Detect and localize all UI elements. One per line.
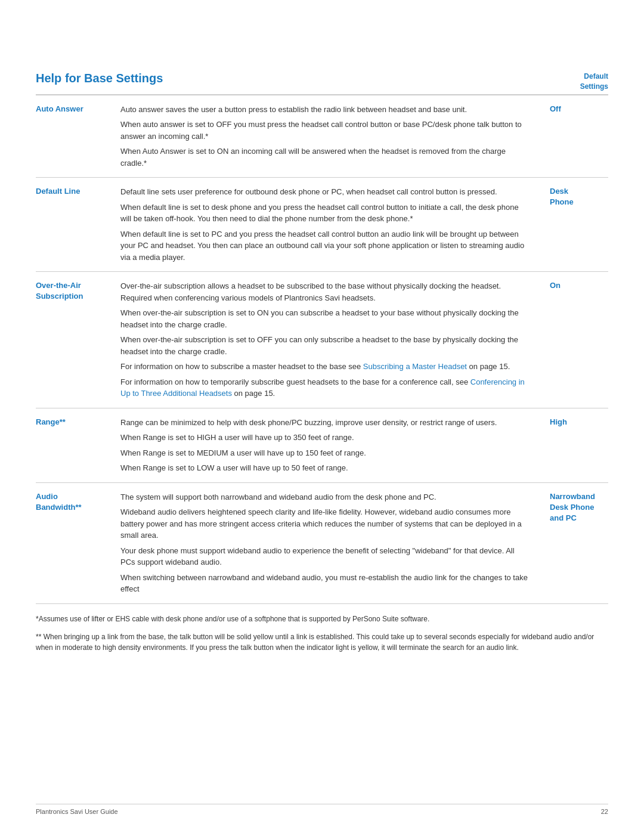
content-paragraph: When Range is set to MEDIUM a user will … (120, 447, 531, 459)
content-paragraph: When auto answer is set to OFF you must … (120, 119, 531, 142)
page-title: Help for Base Settings (36, 72, 163, 85)
content-link[interactable]: Subscribing a Master Headset (363, 362, 467, 371)
footnote-2: ** When bringing up a link from the base… (36, 631, 608, 653)
settings-row: Auto AnswerAuto answer saves the user a … (36, 95, 608, 178)
setting-label-cell: Default Line (36, 178, 113, 272)
content-paragraph: When over-the-air subscription is set to… (120, 307, 531, 330)
setting-label-cell: AudioBandwidth** (36, 482, 113, 603)
content-paragraph: When default line is set to desk phone a… (120, 202, 531, 225)
setting-default-cell: NarrowbandDesk Phoneand PC (543, 482, 608, 603)
content-paragraph: When Range is set to HIGH a user will ha… (120, 432, 531, 444)
setting-default-cell: DeskPhone (543, 178, 608, 272)
settings-row: Default LineDefault line sets user prefe… (36, 178, 608, 272)
setting-label-text: Range** (36, 417, 106, 428)
setting-label-cell: Over-the-AirSubscription (36, 272, 113, 408)
footnote-1: *Assumes use of lifter or EHS cable with… (36, 614, 608, 624)
settings-row: Over-the-AirSubscriptionOver-the-air sub… (36, 272, 608, 408)
setting-default-cell: On (543, 272, 608, 408)
content-paragraph: The system will support both narrowband … (120, 491, 531, 503)
setting-content-cell: Range can be minimized to help with desk… (113, 408, 543, 482)
footer-brand: Plantronics Savi User Guide (36, 808, 118, 815)
content-link[interactable]: Conferencing in Up to Three Additional H… (120, 377, 525, 398)
content-paragraph: When default line is set to PC and you p… (120, 228, 531, 264)
settings-row: AudioBandwidth**The system will support … (36, 482, 608, 603)
content-paragraph: For information on how to subscribe a ma… (120, 361, 531, 373)
page-footer: Plantronics Savi User Guide 22 (36, 804, 608, 815)
page-container: Help for Base Settings DefaultSettings A… (0, 0, 644, 696)
content-paragraph: When Range is set to LOW a user will hav… (120, 462, 531, 474)
setting-default-cell: High (543, 408, 608, 482)
settings-table: Auto AnswerAuto answer saves the user a … (36, 95, 608, 603)
setting-content-cell: Over-the-air subscription allows a heads… (113, 272, 543, 408)
content-paragraph: For information on how to temporarily su… (120, 376, 531, 400)
default-value-text: High (550, 417, 608, 428)
setting-label-cell: Range** (36, 408, 113, 482)
content-paragraph: When over-the-air subscription is set to… (120, 334, 531, 357)
setting-label-cell: Auto Answer (36, 95, 113, 178)
setting-label-text: Auto Answer (36, 104, 106, 114)
setting-content-cell: Default line sets user preference for ou… (113, 178, 543, 272)
default-value-text: DeskPhone (550, 186, 608, 208)
setting-label-text: AudioBandwidth** (36, 491, 106, 513)
setting-default-cell: Off (543, 95, 608, 178)
default-value-text: On (550, 280, 608, 291)
setting-label-text: Over-the-AirSubscription (36, 280, 106, 302)
content-paragraph: Range can be minimized to help with desk… (120, 417, 531, 429)
content-paragraph: Over-the-air subscription allows a heads… (120, 280, 531, 304)
footnotes: *Assumes use of lifter or EHS cable with… (36, 604, 608, 653)
footer-page-number: 22 (601, 808, 608, 815)
content-paragraph: Your desk phone must support wideband au… (120, 545, 531, 568)
header-row: Help for Base Settings DefaultSettings (36, 72, 608, 92)
setting-content-cell: Auto answer saves the user a button pres… (113, 95, 543, 178)
content-paragraph: When Auto Answer is set to ON an incomin… (120, 145, 531, 169)
default-settings-column-header: DefaultSettings (580, 72, 608, 92)
default-value-text: Off (550, 104, 608, 114)
default-value-text: NarrowbandDesk Phoneand PC (550, 491, 608, 524)
content-paragraph: When switching between narrowband and wi… (120, 572, 531, 595)
content-paragraph: Auto answer saves the user a button pres… (120, 104, 531, 116)
content-paragraph: Default line sets user preference for ou… (120, 186, 531, 198)
content-paragraph: Wideband audio delivers heightened speec… (120, 506, 531, 541)
settings-row: Range**Range can be minimized to help wi… (36, 408, 608, 482)
setting-content-cell: The system will support both narrowband … (113, 482, 543, 603)
setting-label-text: Default Line (36, 186, 106, 197)
